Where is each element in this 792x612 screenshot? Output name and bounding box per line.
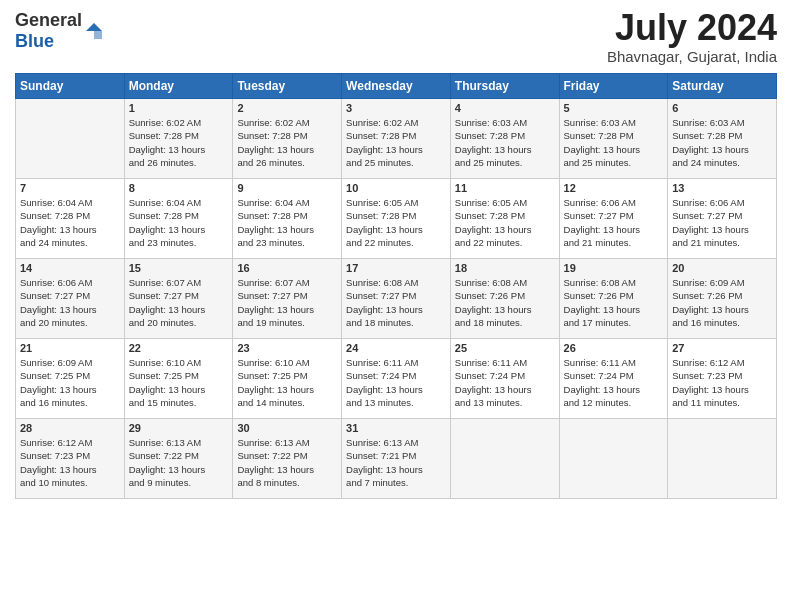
day-info: Sunrise: 6:04 AMSunset: 7:28 PMDaylight:… xyxy=(129,196,229,249)
day-info-line: Sunset: 7:28 PM xyxy=(672,129,772,142)
day-info-line: Sunset: 7:23 PM xyxy=(20,449,120,462)
day-info: Sunrise: 6:09 AMSunset: 7:26 PMDaylight:… xyxy=(672,276,772,329)
day-info: Sunrise: 6:11 AMSunset: 7:24 PMDaylight:… xyxy=(455,356,555,409)
calendar-cell xyxy=(559,419,668,499)
day-info-line: and 25 minutes. xyxy=(564,156,664,169)
header-row: SundayMondayTuesdayWednesdayThursdayFrid… xyxy=(16,74,777,99)
day-info: Sunrise: 6:08 AMSunset: 7:27 PMDaylight:… xyxy=(346,276,446,329)
day-number: 6 xyxy=(672,102,772,114)
calendar-table: SundayMondayTuesdayWednesdayThursdayFrid… xyxy=(15,73,777,499)
day-info: Sunrise: 6:07 AMSunset: 7:27 PMDaylight:… xyxy=(237,276,337,329)
day-number: 12 xyxy=(564,182,664,194)
calendar-cell: 13Sunrise: 6:06 AMSunset: 7:27 PMDayligh… xyxy=(668,179,777,259)
day-info-line: Sunrise: 6:04 AM xyxy=(20,196,120,209)
day-number: 5 xyxy=(564,102,664,114)
day-info-line: Daylight: 13 hours xyxy=(564,143,664,156)
day-number: 2 xyxy=(237,102,337,114)
header-cell-sunday: Sunday xyxy=(16,74,125,99)
logo-general: General xyxy=(15,10,82,30)
day-info: Sunrise: 6:02 AMSunset: 7:28 PMDaylight:… xyxy=(346,116,446,169)
calendar-cell xyxy=(450,419,559,499)
calendar-cell: 16Sunrise: 6:07 AMSunset: 7:27 PMDayligh… xyxy=(233,259,342,339)
calendar-cell: 19Sunrise: 6:08 AMSunset: 7:26 PMDayligh… xyxy=(559,259,668,339)
day-info: Sunrise: 6:03 AMSunset: 7:28 PMDaylight:… xyxy=(564,116,664,169)
day-info-line: Daylight: 13 hours xyxy=(455,383,555,396)
day-number: 18 xyxy=(455,262,555,274)
calendar-cell: 21Sunrise: 6:09 AMSunset: 7:25 PMDayligh… xyxy=(16,339,125,419)
day-info-line: Sunset: 7:26 PM xyxy=(672,289,772,302)
week-row-3: 14Sunrise: 6:06 AMSunset: 7:27 PMDayligh… xyxy=(16,259,777,339)
day-info-line: Sunset: 7:27 PM xyxy=(129,289,229,302)
day-info-line: Sunset: 7:27 PM xyxy=(564,209,664,222)
day-info-line: Sunrise: 6:09 AM xyxy=(20,356,120,369)
day-info-line: Daylight: 13 hours xyxy=(129,143,229,156)
calendar-cell xyxy=(668,419,777,499)
day-info: Sunrise: 6:10 AMSunset: 7:25 PMDaylight:… xyxy=(237,356,337,409)
day-info: Sunrise: 6:07 AMSunset: 7:27 PMDaylight:… xyxy=(129,276,229,329)
day-info-line: and 21 minutes. xyxy=(564,236,664,249)
day-info-line: Sunrise: 6:06 AM xyxy=(672,196,772,209)
svg-marker-1 xyxy=(94,31,102,39)
day-info-line: Sunrise: 6:13 AM xyxy=(346,436,446,449)
day-info-line: and 14 minutes. xyxy=(237,396,337,409)
day-number: 17 xyxy=(346,262,446,274)
day-info-line: Sunset: 7:25 PM xyxy=(20,369,120,382)
calendar-cell: 6Sunrise: 6:03 AMSunset: 7:28 PMDaylight… xyxy=(668,99,777,179)
day-info: Sunrise: 6:04 AMSunset: 7:28 PMDaylight:… xyxy=(20,196,120,249)
calendar-cell: 23Sunrise: 6:10 AMSunset: 7:25 PMDayligh… xyxy=(233,339,342,419)
logo: General Blue xyxy=(15,10,104,52)
calendar-cell: 30Sunrise: 6:13 AMSunset: 7:22 PMDayligh… xyxy=(233,419,342,499)
day-info-line: and 22 minutes. xyxy=(455,236,555,249)
day-number: 30 xyxy=(237,422,337,434)
day-info: Sunrise: 6:13 AMSunset: 7:21 PMDaylight:… xyxy=(346,436,446,489)
day-info-line: Sunset: 7:28 PM xyxy=(346,209,446,222)
day-info-line: and 26 minutes. xyxy=(237,156,337,169)
day-info-line: and 25 minutes. xyxy=(346,156,446,169)
calendar-cell: 22Sunrise: 6:10 AMSunset: 7:25 PMDayligh… xyxy=(124,339,233,419)
day-info-line: Sunrise: 6:11 AM xyxy=(455,356,555,369)
day-info: Sunrise: 6:05 AMSunset: 7:28 PMDaylight:… xyxy=(455,196,555,249)
calendar-cell: 26Sunrise: 6:11 AMSunset: 7:24 PMDayligh… xyxy=(559,339,668,419)
day-info-line: Sunrise: 6:07 AM xyxy=(129,276,229,289)
day-info-line: and 13 minutes. xyxy=(455,396,555,409)
day-info: Sunrise: 6:11 AMSunset: 7:24 PMDaylight:… xyxy=(346,356,446,409)
day-info-line: and 22 minutes. xyxy=(346,236,446,249)
day-info: Sunrise: 6:12 AMSunset: 7:23 PMDaylight:… xyxy=(672,356,772,409)
day-info-line: Sunset: 7:25 PM xyxy=(129,369,229,382)
day-info: Sunrise: 6:08 AMSunset: 7:26 PMDaylight:… xyxy=(564,276,664,329)
day-info-line: Sunset: 7:21 PM xyxy=(346,449,446,462)
day-info-line: Sunset: 7:27 PM xyxy=(346,289,446,302)
day-info-line: Daylight: 13 hours xyxy=(346,143,446,156)
month-title: July 2024 xyxy=(607,10,777,46)
day-number: 7 xyxy=(20,182,120,194)
calendar-container: General Blue July 2024 Bhavnagar, Gujara… xyxy=(0,0,792,509)
calendar-cell: 29Sunrise: 6:13 AMSunset: 7:22 PMDayligh… xyxy=(124,419,233,499)
day-number: 20 xyxy=(672,262,772,274)
day-info-line: Sunrise: 6:07 AM xyxy=(237,276,337,289)
day-info: Sunrise: 6:12 AMSunset: 7:23 PMDaylight:… xyxy=(20,436,120,489)
day-info-line: Sunset: 7:24 PM xyxy=(455,369,555,382)
svg-marker-0 xyxy=(86,23,102,31)
day-info-line: Sunrise: 6:12 AM xyxy=(672,356,772,369)
day-info-line: and 19 minutes. xyxy=(237,316,337,329)
day-number: 10 xyxy=(346,182,446,194)
day-info-line: Daylight: 13 hours xyxy=(346,303,446,316)
day-info-line: and 26 minutes. xyxy=(129,156,229,169)
day-info-line: Sunrise: 6:12 AM xyxy=(20,436,120,449)
day-info-line: Daylight: 13 hours xyxy=(346,223,446,236)
day-info: Sunrise: 6:10 AMSunset: 7:25 PMDaylight:… xyxy=(129,356,229,409)
day-info: Sunrise: 6:03 AMSunset: 7:28 PMDaylight:… xyxy=(455,116,555,169)
day-info-line: Sunset: 7:27 PM xyxy=(672,209,772,222)
day-info-line: Sunrise: 6:08 AM xyxy=(455,276,555,289)
week-row-1: 1Sunrise: 6:02 AMSunset: 7:28 PMDaylight… xyxy=(16,99,777,179)
day-info-line: Daylight: 13 hours xyxy=(129,463,229,476)
day-info: Sunrise: 6:02 AMSunset: 7:28 PMDaylight:… xyxy=(129,116,229,169)
day-info-line: and 12 minutes. xyxy=(564,396,664,409)
calendar-cell: 25Sunrise: 6:11 AMSunset: 7:24 PMDayligh… xyxy=(450,339,559,419)
day-info-line: Sunrise: 6:08 AM xyxy=(346,276,446,289)
day-info-line: Daylight: 13 hours xyxy=(672,143,772,156)
day-info-line: Sunrise: 6:09 AM xyxy=(672,276,772,289)
day-number: 24 xyxy=(346,342,446,354)
day-number: 14 xyxy=(20,262,120,274)
day-info-line: Sunrise: 6:03 AM xyxy=(672,116,772,129)
